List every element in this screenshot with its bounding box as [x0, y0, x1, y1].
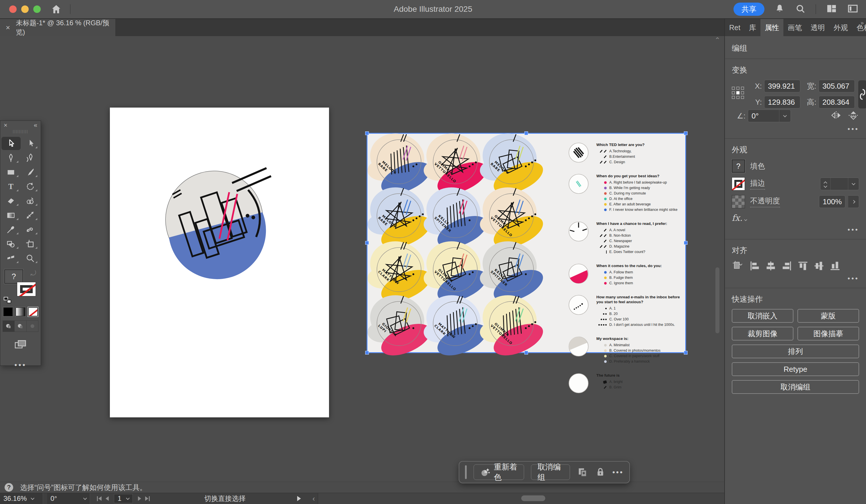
- zoom-level-select[interactable]: 36.16%: [0, 493, 43, 504]
- rotation-select[interactable]: 0°: [47, 493, 90, 504]
- unembed-button[interactable]: 取消嵌入: [732, 309, 793, 323]
- opacity-swatch[interactable]: [732, 195, 745, 208]
- vertical-scroll-thumb[interactable]: [715, 267, 719, 333]
- lock-icon[interactable]: [595, 467, 606, 477]
- horizontal-scrollbar[interactable]: ‹: [312, 493, 724, 504]
- swap-fill-stroke-icon[interactable]: ⤾: [30, 269, 36, 277]
- link-dimensions-button[interactable]: [858, 80, 866, 109]
- rotate-tool[interactable]: [21, 180, 40, 193]
- selection-handle[interactable]: [365, 241, 369, 245]
- opacity-options-arrow[interactable]: [848, 195, 859, 208]
- gradient-button[interactable]: [15, 307, 25, 316]
- rectangle-tool[interactable]: [1, 166, 21, 179]
- vertical-scrollbar[interactable]: ⌃: [713, 37, 721, 480]
- notifications-bell-icon[interactable]: [774, 3, 785, 15]
- ungroup-button[interactable]: 取消编组: [531, 464, 570, 480]
- scroll-up-arrow[interactable]: ⌃: [713, 37, 721, 43]
- paintbrush-tool[interactable]: [21, 166, 40, 179]
- last-artboard-button[interactable]: [145, 496, 150, 501]
- selection-tool[interactable]: [1, 137, 21, 150]
- tab-retype[interactable]: Ret: [725, 19, 745, 36]
- align-right-icon[interactable]: [781, 260, 792, 272]
- align-vertical-center-icon[interactable]: [813, 260, 825, 272]
- minimize-window-button[interactable]: [21, 5, 29, 13]
- share-button[interactable]: 共享: [733, 3, 765, 16]
- pen-tool[interactable]: [1, 151, 21, 164]
- close-window-button[interactable]: [9, 5, 16, 13]
- fill-label[interactable]: 填色: [750, 161, 765, 171]
- align-more-dots[interactable]: •••: [732, 275, 859, 282]
- tab-transparency[interactable]: 透明: [806, 19, 829, 36]
- width-input[interactable]: 305.067: [819, 80, 855, 92]
- tab-libraries[interactable]: 库: [745, 19, 760, 36]
- arrange-button[interactable]: 排列: [732, 345, 859, 358]
- previous-artboard-button[interactable]: [106, 496, 109, 501]
- fx-button[interactable]: fx.: [732, 213, 743, 223]
- height-input[interactable]: 208.364: [819, 96, 855, 109]
- selected-poster-image[interactable]: MELODYRABE OLIMPIAVETTORELLO MELODYRABE …: [367, 134, 685, 352]
- align-top-icon[interactable]: [797, 260, 809, 272]
- stroke-color-swatch[interactable]: [732, 177, 745, 190]
- recolor-button[interactable]: 重新着色: [474, 464, 524, 480]
- selection-handle[interactable]: [365, 131, 369, 135]
- selection-handle[interactable]: [684, 351, 688, 355]
- tab-overflow-icon[interactable]: »: [861, 20, 864, 26]
- artboard-number-field[interactable]: 1: [114, 494, 133, 503]
- panels-icon[interactable]: [847, 3, 858, 15]
- play-hint-icon[interactable]: [297, 496, 301, 501]
- align-horizontal-center-icon[interactable]: [765, 260, 777, 272]
- direct-selection-tool[interactable]: [21, 137, 40, 150]
- align-to-artboard-dropdown[interactable]: [732, 260, 744, 272]
- document-tab[interactable]: × 未标题-1* @ 36.16 % (RGB/预览): [0, 19, 115, 36]
- appearance-more-dots[interactable]: •••: [732, 226, 859, 234]
- horizontal-scroll-thumb[interactable]: [521, 495, 545, 501]
- eraser-tool[interactable]: [1, 194, 21, 208]
- none-button[interactable]: [28, 307, 38, 316]
- draw-behind-mode[interactable]: [15, 321, 26, 332]
- reference-point-locator[interactable]: [732, 87, 744, 99]
- first-artboard-button[interactable]: [97, 496, 101, 501]
- tools-panel-collapse-icon[interactable]: «: [34, 122, 37, 129]
- home-icon[interactable]: [51, 3, 62, 15]
- stroke-weight-value[interactable]: [831, 178, 848, 190]
- ungroup-panel-button[interactable]: 取消编组: [732, 380, 859, 394]
- flip-vertical-icon[interactable]: [848, 110, 859, 122]
- zoom-tool[interactable]: [21, 251, 40, 265]
- tools-panel-grip[interactable]: ||||||||||: [0, 130, 41, 135]
- curvature-tool[interactable]: [21, 151, 40, 164]
- tab-swatches[interactable]: 色板: [852, 19, 866, 36]
- image-trace-button[interactable]: 图像描摹: [798, 327, 859, 340]
- duplicate-icon[interactable]: [577, 467, 588, 478]
- canvas-area[interactable]: MELODYRABE OLIMPIAVETTORELLO MELODYRABE …: [0, 36, 724, 504]
- draw-normal-mode[interactable]: [3, 321, 15, 332]
- stroke-swatch[interactable]: [17, 282, 36, 296]
- search-icon[interactable]: [795, 3, 806, 15]
- fill-swatch[interactable]: ?: [4, 269, 23, 284]
- type-tool[interactable]: T: [1, 180, 21, 193]
- tools-panel-close-icon[interactable]: ×: [4, 122, 8, 129]
- default-fill-stroke-icon[interactable]: [4, 297, 11, 303]
- tab-appearance[interactable]: 外观: [829, 19, 852, 36]
- artboard-tool[interactable]: [21, 237, 40, 250]
- gradient-tool[interactable]: [1, 209, 21, 222]
- x-input[interactable]: 399.921: [764, 80, 800, 92]
- align-bottom-icon[interactable]: [829, 260, 841, 272]
- next-artboard-button[interactable]: [138, 496, 141, 501]
- selection-handle[interactable]: [684, 131, 688, 135]
- mask-button[interactable]: 蒙版: [798, 309, 859, 323]
- quick-bar-drag-handle[interactable]: [465, 465, 467, 479]
- selection-handle[interactable]: [524, 351, 528, 355]
- y-input[interactable]: 129.836: [764, 96, 800, 109]
- selection-handle[interactable]: [684, 241, 688, 245]
- rotation-angle-select[interactable]: 0°: [748, 110, 791, 122]
- shape-group-tool[interactable]: [1, 237, 21, 250]
- perspective-grid-tool[interactable]: [1, 251, 21, 265]
- shape-builder-tool[interactable]: [21, 194, 40, 208]
- quick-bar-more-dots[interactable]: •••: [612, 468, 624, 477]
- workspace-layout-icon[interactable]: [826, 3, 837, 15]
- flip-horizontal-icon[interactable]: [830, 110, 842, 122]
- fill-color-swatch[interactable]: ?: [732, 159, 745, 173]
- scale-tool[interactable]: [21, 209, 40, 222]
- opacity-label[interactable]: 不透明度: [750, 196, 780, 208]
- stroke-weight-stepper[interactable]: [820, 178, 859, 190]
